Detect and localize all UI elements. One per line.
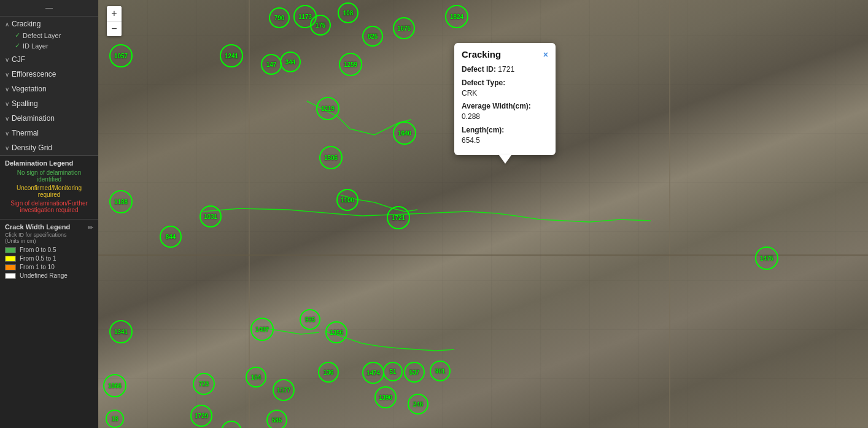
chevron-spalling-icon: ∨ <box>5 101 9 107</box>
layer-group-density-title[interactable]: ∨ Density Grid <box>0 142 98 154</box>
crack-item-2: From 1 to 10 <box>5 264 93 270</box>
layer-cjf-label: CJF <box>12 55 25 64</box>
popup-avg-width: Average Width(cm): 0.288 <box>462 101 548 122</box>
crack-label-1: From 0.5 to 1 <box>20 255 56 262</box>
layer-child-id[interactable]: ✓ ID Layer <box>10 40 98 51</box>
layer-delamination-label: Delamination <box>12 114 55 123</box>
check-id-icon: ✓ <box>15 42 20 50</box>
crack-detail-popup: Cracking × Defect ID: 1721 Defect Type: … <box>454 43 556 155</box>
chevron-efflorescence-icon: ∨ <box>5 71 9 78</box>
del-legend-item-red: Sign of delamination/Further investigati… <box>5 200 93 213</box>
layer-spalling-label: Spalling <box>12 99 38 108</box>
layer-group-cracking: ∧ Cracking ✓ Defect Layer ✓ ID Layer <box>0 17 98 52</box>
pencil-icon[interactable]: ✏ <box>88 224 93 232</box>
crack-swatch-orange <box>5 264 16 270</box>
del-legend-item-yellow: Unconfirmed/Monitoring required <box>5 185 93 198</box>
crack-swatch-white <box>5 273 16 279</box>
layer-child-defect[interactable]: ✓ Defect Layer <box>10 30 98 40</box>
chevron-delamination-icon: ∨ <box>5 115 9 122</box>
layer-group-cjf: ∨ CJF <box>0 52 98 67</box>
zoom-controls: + − <box>107 6 122 36</box>
layer-group-cracking-title[interactable]: ∧ Cracking <box>0 18 98 30</box>
layer-cracking-label: Cracking <box>12 20 41 28</box>
sidebar-header: — <box>0 0 98 17</box>
layer-group-thermal-title[interactable]: ∨ Thermal <box>0 127 98 139</box>
layer-group-efflorescence: ∨ Efflorescence <box>0 67 98 82</box>
crack-label-0: From 0 to 0.5 <box>20 246 56 253</box>
layer-defect-label: Defect Layer <box>23 32 61 39</box>
crack-label-2: From 1 to 10 <box>20 264 55 270</box>
layer-density-label: Density Grid <box>12 143 52 152</box>
layer-group-spalling: ∨ Spalling <box>0 96 98 111</box>
crack-legend-title: Crack Width Legend <box>5 223 70 231</box>
layer-group-spalling-title[interactable]: ∨ Spalling <box>0 97 98 110</box>
layer-group-thermal: ∨ Thermal <box>0 126 98 140</box>
check-defect-icon: ✓ <box>15 31 20 39</box>
popup-tail <box>499 155 511 164</box>
chevron-vegetation-icon: ∨ <box>5 86 9 93</box>
crack-item-1: From 0.5 to 1 <box>5 255 93 262</box>
layer-group-delamination-title[interactable]: ∨ Delamination <box>0 112 98 124</box>
crack-legend-subtitle: Click ID for specifications(Units in cm) <box>5 232 93 244</box>
popup-close-button[interactable]: × <box>543 50 548 59</box>
layer-efflorescence-label: Efflorescence <box>12 70 56 78</box>
chevron-thermal-icon: ∨ <box>5 130 9 137</box>
popup-defect-type-value: CRK <box>462 89 477 97</box>
layer-group-density-grid: ∨ Density Grid <box>0 140 98 155</box>
del-legend-item-green: No sign of delamination identified <box>5 169 93 183</box>
chevron-cracking-icon: ∧ <box>5 21 9 28</box>
zoom-out-button[interactable]: − <box>107 21 122 36</box>
popup-defect-id: Defect ID: 1721 <box>462 64 548 75</box>
chevron-cjf-icon: ∨ <box>5 56 9 63</box>
popup-title: Cracking <box>462 49 501 59</box>
layer-group-efflorescence-title[interactable]: ∨ Efflorescence <box>0 68 98 80</box>
layer-group-vegetation: ∨ Vegetation <box>0 82 98 96</box>
crack-item-3: Undefined Range <box>5 272 93 279</box>
layer-group-cjf-title[interactable]: ∨ CJF <box>0 53 98 66</box>
layer-group-vegetation-title[interactable]: ∨ Vegetation <box>0 83 98 95</box>
delamination-legend-title: Delamination Legend <box>5 159 93 167</box>
popup-avg-width-value: 0.288 <box>462 112 480 121</box>
chevron-density-icon: ∨ <box>5 145 9 151</box>
map-divider-h1 <box>98 254 868 256</box>
crack-label-3: Undefined Range <box>20 272 68 279</box>
popup-defect-type-label: Defect Type: <box>462 78 505 87</box>
map-divider-v1 <box>249 0 250 428</box>
crack-swatch-green <box>5 247 16 253</box>
popup-header: Cracking × <box>462 49 548 59</box>
delamination-legend: Delamination Legend No sign of delaminat… <box>0 155 98 219</box>
crack-item-0: From 0 to 0.5 <box>5 246 93 253</box>
popup-length: Length(cm): 654.5 <box>462 125 548 146</box>
popup-defect-id-label: Defect ID: <box>462 65 496 74</box>
crack-swatch-yellow <box>5 256 16 262</box>
popup-length-value: 654.5 <box>462 136 480 145</box>
layer-cracking-children: ✓ Defect Layer ✓ ID Layer <box>0 30 98 51</box>
zoom-in-button[interactable]: + <box>107 6 122 21</box>
layer-thermal-label: Thermal <box>12 129 39 137</box>
map-area[interactable]: + − Cracking × Defect ID: 1721 Defect Ty… <box>98 0 868 428</box>
layer-group-delamination: ∨ Delamination <box>0 111 98 126</box>
layer-vegetation-label: Vegetation <box>12 85 47 93</box>
sidebar: — ∧ Cracking ✓ Defect Layer ✓ ID Layer ∨… <box>0 0 98 428</box>
popup-defect-id-value-text: 1721 <box>498 65 514 74</box>
map-divider-v2 <box>669 0 670 428</box>
popup-defect-type: Defect Type: CRK <box>462 78 548 99</box>
popup-avg-width-label: Average Width(cm): <box>462 102 531 110</box>
layer-id-label: ID Layer <box>23 42 48 50</box>
popup-length-label: Length(cm): <box>462 126 504 134</box>
crack-width-legend: Crack Width Legend ✏ Click ID for specif… <box>0 219 98 428</box>
